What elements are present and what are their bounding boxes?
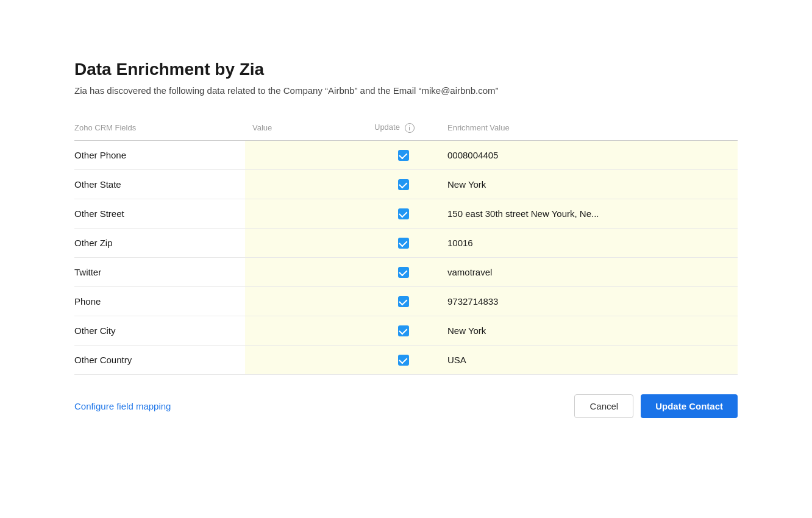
- cell-field-name: Other Phone: [74, 140, 245, 169]
- enrichment-table: Zoho CRM Fields Value Update i Enrichmen…: [74, 118, 738, 375]
- col-header-update: Update i: [367, 118, 440, 140]
- page-title: Data Enrichment by Zia: [74, 60, 738, 79]
- checkbox-checked[interactable]: [398, 179, 409, 190]
- cell-update-checkbox[interactable]: [367, 316, 440, 345]
- table-header-row: Zoho CRM Fields Value Update i Enrichmen…: [74, 118, 738, 140]
- cell-current-value: [245, 257, 367, 286]
- cell-update-checkbox[interactable]: [367, 199, 440, 228]
- cell-update-checkbox[interactable]: [367, 169, 440, 199]
- cell-enrichment-value: New York: [440, 316, 738, 345]
- table-row: Phone9732714833: [74, 286, 738, 316]
- checkbox-checked[interactable]: [398, 325, 409, 336]
- table-row: Twittervamotravel: [74, 257, 738, 286]
- configure-field-mapping-link[interactable]: Configure field mapping: [74, 401, 171, 411]
- cell-enrichment-value: USA: [440, 345, 738, 374]
- col-header-update-label: Update: [374, 122, 400, 132]
- footer: Configure field mapping Cancel Update Co…: [74, 394, 738, 418]
- checkbox-checked[interactable]: [398, 267, 409, 278]
- cell-enrichment-value: 150 east 30th street New Yourk, Ne...: [440, 199, 738, 228]
- cell-field-name: Other Street: [74, 199, 245, 228]
- footer-buttons: Cancel Update Contact: [574, 394, 738, 418]
- cell-update-checkbox[interactable]: [367, 228, 440, 257]
- checkbox-checked[interactable]: [398, 150, 409, 161]
- cell-enrichment-value: vamotravel: [440, 257, 738, 286]
- table-row: Other Street150 east 30th street New You…: [74, 199, 738, 228]
- update-contact-button[interactable]: Update Contact: [641, 394, 738, 418]
- cell-current-value: [245, 140, 367, 169]
- cell-current-value: [245, 345, 367, 374]
- cancel-button[interactable]: Cancel: [574, 394, 633, 418]
- col-header-enrichment: Enrichment Value: [440, 118, 738, 140]
- cell-current-value: [245, 169, 367, 199]
- cell-update-checkbox[interactable]: [367, 257, 440, 286]
- cell-current-value: [245, 316, 367, 345]
- cell-field-name: Phone: [74, 286, 245, 316]
- col-header-value: Value: [245, 118, 367, 140]
- cell-current-value: [245, 286, 367, 316]
- page-subtitle: Zia has discovered the following data re…: [74, 85, 738, 96]
- cell-current-value: [245, 199, 367, 228]
- checkbox-checked[interactable]: [398, 208, 409, 219]
- cell-current-value: [245, 228, 367, 257]
- table-row: Other Phone0008004405: [74, 140, 738, 169]
- checkbox-checked[interactable]: [398, 355, 409, 366]
- modal-container: Data Enrichment by Zia Zia has discovere…: [40, 30, 772, 488]
- cell-field-name: Other Country: [74, 345, 245, 374]
- cell-update-checkbox[interactable]: [367, 140, 440, 169]
- cell-enrichment-value: 10016: [440, 228, 738, 257]
- checkbox-checked[interactable]: [398, 238, 409, 249]
- table-row: Other CityNew York: [74, 316, 738, 345]
- table-row: Other StateNew York: [74, 169, 738, 199]
- cell-field-name: Other Zip: [74, 228, 245, 257]
- cell-enrichment-value: 0008004405: [440, 140, 738, 169]
- table-row: Other Zip10016: [74, 228, 738, 257]
- cell-field-name: Other State: [74, 169, 245, 199]
- col-header-crm: Zoho CRM Fields: [74, 118, 245, 140]
- cell-field-name: Twitter: [74, 257, 245, 286]
- cell-enrichment-value: New York: [440, 169, 738, 199]
- cell-enrichment-value: 9732714833: [440, 286, 738, 316]
- table-row: Other CountryUSA: [74, 345, 738, 374]
- info-icon[interactable]: i: [405, 123, 415, 133]
- checkbox-checked[interactable]: [398, 296, 409, 307]
- cell-update-checkbox[interactable]: [367, 345, 440, 374]
- cell-update-checkbox[interactable]: [367, 286, 440, 316]
- cell-field-name: Other City: [74, 316, 245, 345]
